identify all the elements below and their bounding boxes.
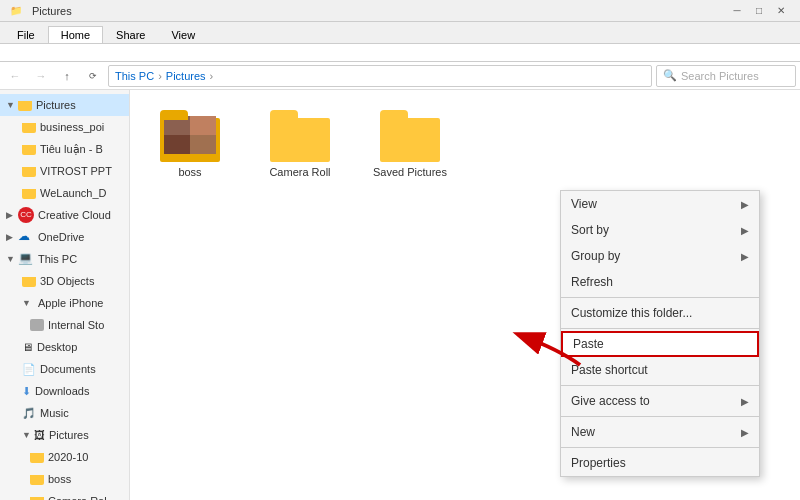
up-button[interactable]: ↑ — [56, 65, 78, 87]
ctx-group-by[interactable]: Group by ▶ — [561, 243, 759, 269]
folder-icon-3d — [22, 275, 36, 287]
sidebar-label-pictures-pc: Pictures — [49, 429, 89, 441]
sidebar-item-internal-sto[interactable]: Internal Sto — [0, 314, 129, 336]
sidebar-label-desktop: Desktop — [37, 341, 77, 353]
folders-grid: boss Camera Roll Saved Pictures — [140, 100, 790, 188]
close-button[interactable]: ✕ — [770, 0, 792, 22]
sidebar-label-apple: Apple iPhone — [38, 297, 103, 309]
sidebar-item-this-pc[interactable]: ▼ 💻 This PC — [0, 248, 129, 270]
sidebar-item-downloads[interactable]: ⬇ Downloads — [0, 380, 129, 402]
ctx-sort-by[interactable]: Sort by ▶ — [561, 217, 759, 243]
sidebar-item-3d-objects[interactable]: 3D Objects — [0, 270, 129, 292]
folder-label-saved-pictures: Saved Pictures — [373, 166, 447, 178]
ctx-arrow-sort-by: ▶ — [741, 225, 749, 236]
ctx-label-give-access: Give access to — [571, 394, 650, 408]
address-path[interactable]: This PC › Pictures › — [108, 65, 652, 87]
maximize-button[interactable]: □ — [748, 0, 770, 22]
sidebar-item-music[interactable]: 🎵 Music — [0, 402, 129, 424]
sidebar-label-this-pc: This PC — [38, 253, 77, 265]
sidebar-item-documents[interactable]: 📄 Documents — [0, 358, 129, 380]
sidebar-item-pictures[interactable]: ▼ Pictures — [0, 94, 129, 116]
ctx-label-properties: Properties — [571, 456, 626, 470]
sidebar-item-pictures-pc[interactable]: ▼ 🖼 Pictures — [0, 424, 129, 446]
back-button[interactable]: ← — [4, 65, 26, 87]
sidebar: ▼ Pictures business_poi Tiêu luận - B VI… — [0, 90, 130, 500]
ctx-properties[interactable]: Properties — [561, 450, 759, 476]
address-bar: ← → ↑ ⟳ This PC › Pictures › 🔍 Search Pi… — [0, 62, 800, 90]
ctx-sep1 — [561, 297, 759, 298]
search-icon: 🔍 — [663, 69, 677, 82]
folder-item-boss[interactable]: boss — [150, 110, 230, 178]
sidebar-label-camera-roll-sub: Camera Rol — [48, 495, 107, 500]
sidebar-label-onedrive: OneDrive — [38, 231, 84, 243]
music-icon: 🎵 — [22, 407, 36, 420]
expand-icon-od: ▶ — [6, 232, 16, 242]
ctx-sep4 — [561, 416, 759, 417]
title-bar-icons: 📁 — [8, 3, 24, 19]
forward-button[interactable]: → — [30, 65, 52, 87]
folder-item-camera-roll[interactable]: Camera Roll — [260, 110, 340, 178]
sidebar-label-internal-sto: Internal Sto — [48, 319, 104, 331]
sidebar-label-downloads: Downloads — [35, 385, 89, 397]
ctx-give-access[interactable]: Give access to ▶ — [561, 388, 759, 414]
folder-icon-2020 — [30, 451, 44, 463]
path-sep2: › — [210, 70, 214, 82]
sidebar-label-creative-cloud: Creative Cloud — [38, 209, 111, 221]
ribbon-tabs: File Home Share View — [0, 22, 800, 44]
sidebar-item-2020-10[interactable]: 2020-10 — [0, 446, 129, 468]
expand-icon-apple: ▼ — [22, 298, 32, 308]
sidebar-item-creative-cloud[interactable]: ▶ CC Creative Cloud — [0, 204, 129, 226]
folder-icon — [22, 187, 36, 199]
sidebar-item-tieu-luan[interactable]: Tiêu luận - B — [0, 138, 129, 160]
sidebar-item-onedrive[interactable]: ▶ ☁ OneDrive — [0, 226, 129, 248]
folder-item-saved-pictures[interactable]: Saved Pictures — [370, 110, 450, 178]
sidebar-item-desktop[interactable]: 🖥 Desktop — [0, 336, 129, 358]
path-this-pc[interactable]: This PC — [115, 70, 154, 82]
ctx-arrow-new: ▶ — [741, 427, 749, 438]
sidebar-label-welaunch: WeLaunch_D — [40, 187, 106, 199]
ctx-arrow-give-access: ▶ — [741, 396, 749, 407]
download-icon: ⬇ — [22, 385, 31, 398]
folder-label-boss: boss — [178, 166, 201, 178]
pictures-icon: 🖼 — [34, 429, 45, 441]
folder-icon — [22, 121, 36, 133]
tab-home[interactable]: Home — [48, 26, 103, 43]
sidebar-item-apple-iphone[interactable]: ▼ Apple iPhone — [0, 292, 129, 314]
minimize-button[interactable]: ─ — [726, 0, 748, 22]
desktop-icon: 🖥 — [22, 341, 33, 353]
sidebar-item-camera-roll-sub[interactable]: Camera Rol — [0, 490, 129, 500]
sidebar-label-vitrost: VITROST PPT — [40, 165, 112, 177]
boss-thumbnail — [164, 116, 216, 154]
tab-view[interactable]: View — [158, 26, 208, 43]
sidebar-item-business-poi[interactable]: business_poi — [0, 116, 129, 138]
sidebar-label-3d: 3D Objects — [40, 275, 94, 287]
ctx-view[interactable]: View ▶ — [561, 191, 759, 217]
sidebar-label-music: Music — [40, 407, 69, 419]
cc-icon: CC — [18, 207, 34, 223]
sidebar-label-2020: 2020-10 — [48, 451, 88, 463]
sidebar-item-boss-sub[interactable]: boss — [0, 468, 129, 490]
sidebar-item-vitrost[interactable]: VITROST PPT — [0, 160, 129, 182]
sidebar-item-welaunch[interactable]: WeLaunch_D — [0, 182, 129, 204]
tab-file[interactable]: File — [4, 26, 48, 43]
ctx-refresh[interactable]: Refresh — [561, 269, 759, 295]
path-pictures[interactable]: Pictures — [166, 70, 206, 82]
window-title: Pictures — [32, 5, 72, 17]
ctx-arrow-view: ▶ — [741, 199, 749, 210]
refresh-button[interactable]: ⟳ — [82, 65, 104, 87]
ctx-new[interactable]: New ▶ — [561, 419, 759, 445]
expand-icon-pics-pc: ▼ — [22, 430, 32, 440]
search-box[interactable]: 🔍 Search Pictures — [656, 65, 796, 87]
title-bar: 📁 Pictures ─ □ ✕ — [0, 0, 800, 22]
main-layout: ▼ Pictures business_poi Tiêu luận - B VI… — [0, 90, 800, 500]
boss-folder-icon — [160, 110, 220, 162]
expand-icon-pc: ▼ — [6, 254, 16, 264]
ctx-label-group-by: Group by — [571, 249, 620, 263]
sidebar-label-business-poi: business_poi — [40, 121, 104, 133]
sidebar-label-pictures: Pictures — [36, 99, 76, 111]
tab-share[interactable]: Share — [103, 26, 158, 43]
docs-icon: 📄 — [22, 363, 36, 376]
onedrive-icon: ☁ — [18, 229, 34, 245]
ctx-sep3 — [561, 385, 759, 386]
ctx-label-sort-by: Sort by — [571, 223, 609, 237]
